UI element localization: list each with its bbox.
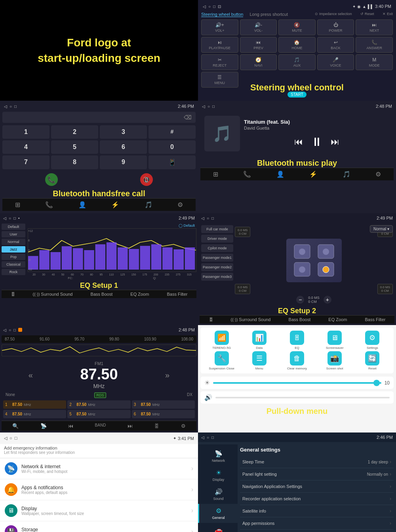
exit-label[interactable]: ✕ Exit <box>383 12 393 17</box>
music-nav2-icon[interactable]: 🎵 <box>343 170 350 178</box>
steering-button-aux[interactable]: 🎵AUX <box>278 54 316 70</box>
music-nav-icon[interactable]: 🎵 <box>145 201 152 209</box>
settings-nav2-icon[interactable]: ⚙ <box>375 170 381 178</box>
steering-button-power[interactable]: ⏻POWER <box>317 19 354 35</box>
eq-preset-rock[interactable]: Rock <box>2 269 25 275</box>
steering-button-reject[interactable]: ✂REJECT <box>201 54 238 70</box>
radio-preset-3[interactable]: 387.50MHz <box>132 400 195 409</box>
band-button[interactable]: BAND <box>95 423 106 429</box>
dialpad-key-#[interactable]: # <box>148 125 196 139</box>
recent-eq1-icon[interactable]: □ <box>13 216 16 220</box>
dialpad-key-0[interactable]: 0 <box>148 140 196 154</box>
eq2-mode-full-car-mode[interactable]: Full car mode <box>201 225 233 233</box>
pulldown-icon-screen-shot[interactable]: 📸Screen shot <box>317 351 353 370</box>
prev-radio-button[interactable]: ⏮ <box>68 423 73 429</box>
back-gs-icon[interactable]: ◁ <box>201 435 204 440</box>
eq2-mode-passenger-mode1[interactable]: Passenger mode1 <box>201 254 233 262</box>
settings-item-storage[interactable]: 💾 Storage 34% used - 21.19 GB free › <box>0 521 198 532</box>
settings-item-display[interactable]: 🖥 Display Wallpaper, screen timeout, fon… <box>0 500 198 521</box>
back-icon[interactable]: ◁ <box>203 4 206 9</box>
settings-item-apps-&-notifications[interactable]: 🔔 Apps & notifications Recent apps, defa… <box>0 479 198 500</box>
dialpad-key-5[interactable]: 5 <box>51 140 98 154</box>
pulldown-icon-screensaver[interactable]: 🖥Screensaver <box>317 331 353 350</box>
camera-icon[interactable]: ⊡ <box>218 4 221 9</box>
gen-setting-panel-light-setting[interactable]: Panel light setting Normally on› <box>240 468 394 480</box>
eq2-mode-passenger-mode2[interactable]: Passenger mode2 <box>201 263 233 271</box>
surround-label[interactable]: ((·)) Surround Sound <box>33 292 73 297</box>
steering-tab-inactive[interactable]: Long press shortcut <box>249 12 288 17</box>
eq-mixer-icon[interactable]: 🎛 <box>11 292 15 297</box>
surround2-label[interactable]: ((·)) Surround Sound <box>231 317 271 322</box>
zoom-label[interactable]: EQ Zoom <box>130 292 149 297</box>
backspace-button[interactable]: ⌫ <box>184 114 192 121</box>
eq-preset-default[interactable]: Default <box>2 224 25 230</box>
gen-sidebar-network[interactable]: 📡 Network <box>198 447 238 466</box>
home-nav2-icon[interactable]: ○ <box>208 104 210 109</box>
eq-radio-icon[interactable]: 🎛 <box>154 423 159 429</box>
dialpad-key-9[interactable]: 9 <box>100 155 147 169</box>
recent-as-icon[interactable]: □ <box>15 436 17 441</box>
gen-setting-navigation-application-settings[interactable]: Navigation Application Settings › <box>240 480 394 493</box>
recent-nav2-icon[interactable]: □ <box>212 104 215 109</box>
dialpad-key-*[interactable]: 📱 <box>148 155 196 169</box>
phone-nav2-icon[interactable]: 📞 <box>243 170 251 178</box>
settings-nav-icon[interactable]: ⚙ <box>177 201 183 209</box>
pulldown-icon-suspension-close[interactable]: 🔧Suspension Close <box>204 351 240 370</box>
pulldown-icon-tereno-5g[interactable]: 📶TERENO-5G <box>204 331 240 350</box>
eq-preset-normal[interactable]: Normal <box>2 239 25 245</box>
gen-setting-sleep-time[interactable]: Sleep Time 1 day sleep› <box>240 456 394 468</box>
dialpad-key-3[interactable]: 3 <box>100 125 147 139</box>
steering-button-answer[interactable]: 📞ANSWER <box>356 37 393 53</box>
radio-preset-1[interactable]: 187.50MHz <box>3 400 66 409</box>
recent-nav-icon[interactable]: □ <box>14 104 17 109</box>
back-eq2-icon[interactable]: ◁ <box>201 216 204 220</box>
back-nav-icon[interactable]: ◁ <box>4 104 7 109</box>
radio-preset-5[interactable]: 587.50MHz <box>67 410 130 418</box>
steering-button-vol-[interactable]: 🔊-VOL- <box>240 19 277 35</box>
eq2-mixer-icon[interactable]: 🎛 <box>209 317 213 322</box>
gen-setting-recorder-application-selection[interactable]: Recorder application selection › <box>240 493 394 505</box>
dialpad-key-8[interactable]: 8 <box>51 155 98 169</box>
grid-nav-icon[interactable]: ⊞ <box>15 201 20 209</box>
steering-button-navi[interactable]: 🧭NAVI <box>240 54 277 70</box>
pulldown-icon-menu[interactable]: ☰Menu <box>241 351 277 370</box>
steering-button-next[interactable]: ⏭NEXT <box>356 19 393 35</box>
gen-sidebar-display[interactable]: ☀ Display <box>198 466 238 485</box>
settings-radio-icon[interactable]: ⚙ <box>181 423 186 429</box>
dialpad-key-2[interactable]: 2 <box>51 125 98 139</box>
square-icon[interactable]: □ <box>213 4 215 9</box>
home-radio-icon[interactable]: ○ <box>9 328 11 332</box>
eq-preset-classical[interactable]: Classical <box>2 261 25 268</box>
settings-item-network-&-internet[interactable]: 📡 Network & internet Wi-Fi, mobile, and … <box>0 458 198 479</box>
gen-setting-app-permissions[interactable]: App permissions › <box>240 517 394 530</box>
dialpad-key-6[interactable]: 6 <box>100 140 147 154</box>
skip-forward-button[interactable]: » <box>165 371 169 380</box>
plus-button[interactable]: + <box>324 296 331 304</box>
radio-preset-6[interactable]: 687.50MHz <box>132 410 195 418</box>
eq2-mode-passenger-mode3[interactable]: Passenger mode3 <box>201 273 233 281</box>
pulldown-icon-eq[interactable]: 🎚EQ <box>279 331 315 350</box>
back-eq1-icon[interactable]: ◁ <box>3 216 6 220</box>
eq-preset-pop[interactable]: Pop <box>2 254 25 260</box>
next-radio-button[interactable]: ⏭ <box>128 423 133 429</box>
gen-sidebar-sound[interactable]: 🔊 Sound <box>198 485 238 504</box>
dialpad-key-7[interactable]: 7 <box>2 155 50 169</box>
steering-button-home[interactable]: 🏠HOME <box>278 37 316 53</box>
eq-preset-jazz[interactable]: Jazz <box>2 246 25 253</box>
home-gs-icon[interactable]: ○ <box>207 435 209 440</box>
eq-preset-user[interactable]: User <box>2 231 25 237</box>
filter2-label[interactable]: Bass Filter <box>365 317 385 322</box>
steering-button-play/pause[interactable]: ⏯PLAY/PAUSE <box>201 37 238 53</box>
dialpad-key-1[interactable]: 1 <box>2 125 50 139</box>
call-button[interactable]: 📞 <box>45 173 58 186</box>
steering-button-mode[interactable]: MMODE <box>356 54 393 70</box>
grid-nav2-icon[interactable]: ⊞ <box>213 170 218 178</box>
back-radio-icon[interactable]: ◁ <box>3 328 6 332</box>
skip-back-button[interactable]: « <box>29 371 33 380</box>
bluetooth-nav2-icon[interactable]: ⚡ <box>309 170 317 178</box>
pulldown-icon-reset[interactable]: 🔄Reset <box>354 351 390 370</box>
gen-sidebar-general[interactable]: ⚙ General <box>198 504 238 523</box>
recent-gs-icon[interactable]: □ <box>211 435 214 440</box>
pulldown-icon-clear-memory[interactable]: 🗑Clear memory <box>279 351 315 370</box>
dialpad-key-4[interactable]: 4 <box>2 140 50 154</box>
